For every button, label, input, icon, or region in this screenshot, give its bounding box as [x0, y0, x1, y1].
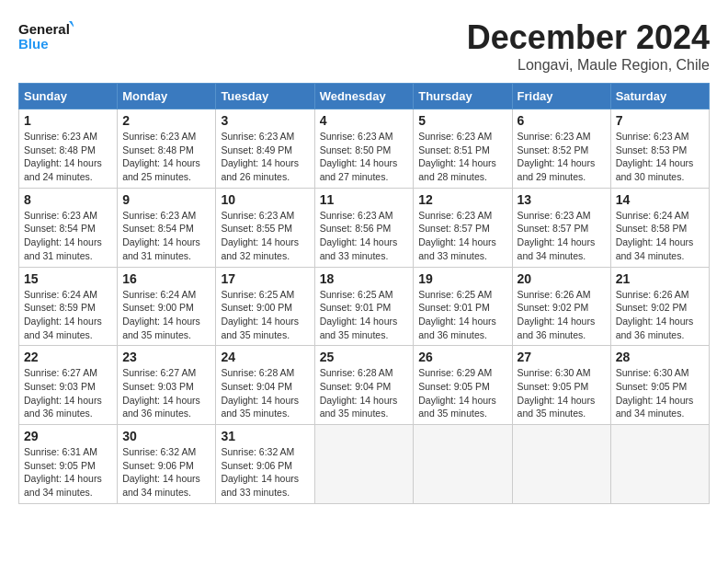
day-number: 7	[616, 113, 704, 128]
day-info: Sunrise: 6:32 AMSunset: 9:06 PMDaylight:…	[122, 445, 210, 500]
calendar-cell: 19 Sunrise: 6:25 AMSunset: 9:01 PMDaylig…	[414, 267, 512, 346]
logo: General Blue	[18, 18, 74, 55]
day-info: Sunrise: 6:24 AMSunset: 8:58 PMDaylight:…	[616, 209, 704, 263]
day-info: Sunrise: 6:32 AMSunset: 9:06 PMDaylight:…	[221, 445, 309, 500]
day-number: 10	[221, 192, 309, 207]
day-number: 31	[221, 429, 309, 443]
day-number: 27	[518, 350, 606, 364]
calendar-cell: 26 Sunrise: 6:29 AMSunset: 9:05 PMDaylig…	[414, 346, 512, 425]
day-info: Sunrise: 6:23 AMSunset: 8:52 PMDaylight:…	[518, 130, 606, 184]
svg-text:General: General	[18, 21, 70, 37]
day-number: 14	[616, 192, 704, 207]
day-info: Sunrise: 6:23 AMSunset: 8:57 PMDaylight:…	[418, 209, 506, 263]
day-number: 11	[320, 192, 409, 207]
calendar-cell: 28 Sunrise: 6:30 AMSunset: 9:05 PMDaylig…	[610, 346, 709, 425]
day-info: Sunrise: 6:23 AMSunset: 8:48 PMDaylight:…	[24, 130, 112, 184]
calendar-day-header: Tuesday	[216, 84, 314, 109]
calendar-cell: 11 Sunrise: 6:23 AMSunset: 8:56 PMDaylig…	[314, 188, 414, 267]
day-number: 19	[418, 271, 506, 286]
calendar-day-header: Friday	[512, 84, 610, 109]
calendar-cell	[314, 425, 414, 504]
day-info: Sunrise: 6:28 AMSunset: 9:04 PMDaylight:…	[221, 366, 309, 420]
calendar-day-header: Sunday	[19, 84, 118, 109]
day-info: Sunrise: 6:23 AMSunset: 8:57 PMDaylight:…	[518, 209, 606, 263]
calendar-cell: 17 Sunrise: 6:25 AMSunset: 9:00 PMDaylig…	[216, 267, 314, 346]
calendar-cell: 21 Sunrise: 6:26 AMSunset: 9:02 PMDaylig…	[610, 267, 709, 346]
day-info: Sunrise: 6:31 AMSunset: 9:05 PMDaylight:…	[24, 445, 112, 500]
day-info: Sunrise: 6:30 AMSunset: 9:05 PMDaylight:…	[518, 366, 606, 420]
day-number: 26	[418, 350, 506, 364]
day-info: Sunrise: 6:25 AMSunset: 9:01 PMDaylight:…	[418, 288, 506, 342]
calendar-cell	[610, 425, 709, 504]
calendar-cell: 24 Sunrise: 6:28 AMSunset: 9:04 PMDaylig…	[216, 346, 314, 425]
day-number: 17	[221, 271, 309, 286]
day-number: 21	[616, 271, 704, 286]
day-number: 6	[518, 113, 606, 128]
day-number: 8	[24, 192, 112, 207]
day-number: 13	[518, 192, 606, 207]
day-number: 18	[320, 271, 409, 286]
day-number: 15	[24, 271, 112, 286]
calendar-cell: 25 Sunrise: 6:28 AMSunset: 9:04 PMDaylig…	[314, 346, 414, 425]
calendar-cell	[414, 425, 512, 504]
day-number: 1	[24, 113, 112, 128]
day-info: Sunrise: 6:23 AMSunset: 8:54 PMDaylight:…	[24, 209, 112, 263]
day-info: Sunrise: 6:27 AMSunset: 9:03 PMDaylight:…	[24, 366, 112, 420]
calendar-day-header: Wednesday	[314, 84, 414, 109]
day-info: Sunrise: 6:23 AMSunset: 8:51 PMDaylight:…	[418, 130, 506, 184]
calendar-day-header: Saturday	[610, 84, 709, 109]
day-info: Sunrise: 6:28 AMSunset: 9:04 PMDaylight:…	[320, 366, 409, 420]
calendar-day-header: Monday	[118, 84, 216, 109]
page-header: General Blue December 2024 Longavi, Maul…	[18, 18, 710, 74]
svg-text:Blue: Blue	[18, 36, 49, 52]
calendar-cell: 18 Sunrise: 6:25 AMSunset: 9:01 PMDaylig…	[314, 267, 414, 346]
calendar-day-header: Thursday	[414, 84, 512, 109]
day-info: Sunrise: 6:29 AMSunset: 9:05 PMDaylight:…	[418, 366, 506, 420]
day-info: Sunrise: 6:27 AMSunset: 9:03 PMDaylight:…	[122, 366, 210, 420]
day-info: Sunrise: 6:24 AMSunset: 9:00 PMDaylight:…	[122, 288, 210, 342]
calendar-cell: 6 Sunrise: 6:23 AMSunset: 8:52 PMDayligh…	[512, 109, 610, 189]
month-year: December 2024	[467, 18, 710, 57]
logo-svg: General Blue	[18, 18, 74, 55]
day-number: 5	[418, 113, 506, 128]
day-number: 23	[122, 350, 210, 364]
day-number: 25	[320, 350, 409, 364]
calendar-cell: 1 Sunrise: 6:23 AMSunset: 8:48 PMDayligh…	[19, 109, 118, 189]
calendar-cell: 5 Sunrise: 6:23 AMSunset: 8:51 PMDayligh…	[414, 109, 512, 189]
day-info: Sunrise: 6:26 AMSunset: 9:02 PMDaylight:…	[518, 288, 606, 342]
calendar-cell: 7 Sunrise: 6:23 AMSunset: 8:53 PMDayligh…	[610, 109, 709, 189]
calendar-cell: 22 Sunrise: 6:27 AMSunset: 9:03 PMDaylig…	[19, 346, 118, 425]
calendar-cell	[512, 425, 610, 504]
calendar-cell: 29 Sunrise: 6:31 AMSunset: 9:05 PMDaylig…	[19, 425, 118, 504]
title-block: December 2024 Longavi, Maule Region, Chi…	[467, 18, 710, 74]
day-number: 4	[320, 113, 409, 128]
day-info: Sunrise: 6:24 AMSunset: 8:59 PMDaylight:…	[24, 288, 112, 342]
day-number: 20	[518, 271, 606, 286]
day-info: Sunrise: 6:25 AMSunset: 9:01 PMDaylight:…	[320, 288, 409, 342]
day-number: 28	[616, 350, 704, 364]
location: Longavi, Maule Region, Chile	[467, 57, 710, 74]
day-info: Sunrise: 6:23 AMSunset: 8:54 PMDaylight:…	[122, 209, 210, 263]
calendar-cell: 2 Sunrise: 6:23 AMSunset: 8:48 PMDayligh…	[118, 109, 216, 189]
calendar-cell: 31 Sunrise: 6:32 AMSunset: 9:06 PMDaylig…	[216, 425, 314, 504]
day-number: 12	[418, 192, 506, 207]
calendar-cell: 23 Sunrise: 6:27 AMSunset: 9:03 PMDaylig…	[118, 346, 216, 425]
day-number: 2	[122, 113, 210, 128]
calendar-cell: 13 Sunrise: 6:23 AMSunset: 8:57 PMDaylig…	[512, 188, 610, 267]
day-number: 22	[24, 350, 112, 364]
day-number: 9	[122, 192, 210, 207]
day-info: Sunrise: 6:23 AMSunset: 8:56 PMDaylight:…	[320, 209, 409, 263]
day-number: 16	[122, 271, 210, 286]
day-info: Sunrise: 6:23 AMSunset: 8:50 PMDaylight:…	[320, 130, 409, 184]
day-number: 30	[122, 429, 210, 443]
calendar-cell: 16 Sunrise: 6:24 AMSunset: 9:00 PMDaylig…	[118, 267, 216, 346]
day-info: Sunrise: 6:25 AMSunset: 9:00 PMDaylight:…	[221, 288, 309, 342]
day-number: 29	[24, 429, 112, 443]
day-info: Sunrise: 6:23 AMSunset: 8:49 PMDaylight:…	[221, 130, 309, 184]
calendar-cell: 14 Sunrise: 6:24 AMSunset: 8:58 PMDaylig…	[610, 188, 709, 267]
day-info: Sunrise: 6:30 AMSunset: 9:05 PMDaylight:…	[616, 366, 704, 420]
calendar-cell: 20 Sunrise: 6:26 AMSunset: 9:02 PMDaylig…	[512, 267, 610, 346]
day-number: 3	[221, 113, 309, 128]
calendar-cell: 15 Sunrise: 6:24 AMSunset: 8:59 PMDaylig…	[19, 267, 118, 346]
calendar-cell: 9 Sunrise: 6:23 AMSunset: 8:54 PMDayligh…	[118, 188, 216, 267]
